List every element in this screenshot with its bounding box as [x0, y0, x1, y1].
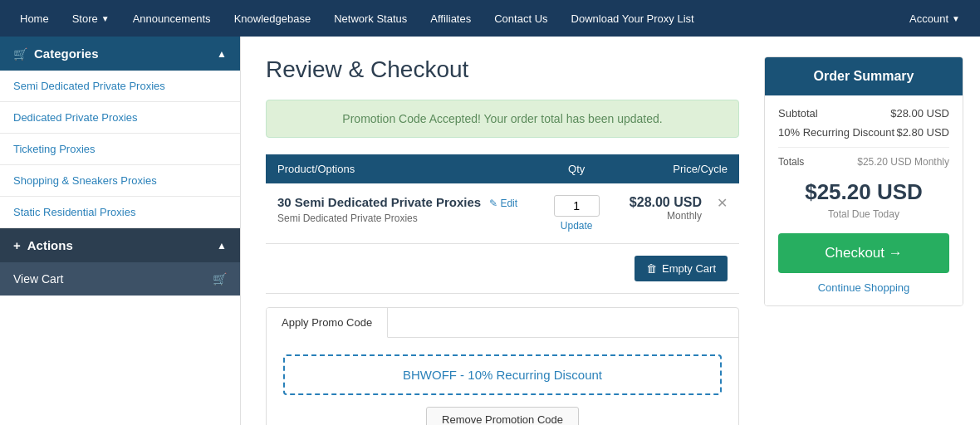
promo-banner: Promotion Code Accepted! Your order tota…: [266, 100, 739, 138]
nav-account[interactable]: Account ▼: [898, 2, 972, 35]
price-value: $28.00 USD: [630, 195, 702, 210]
product-category: Semi Dedicated Private Proxies: [277, 212, 529, 224]
sidebar-item-dedicated[interactable]: Dedicated Private Proxies: [0, 102, 240, 134]
account-dropdown-icon: ▼: [952, 14, 960, 23]
order-summary-body: Subtotal $28.00 USD 10% Recurring Discou…: [765, 95, 963, 305]
subtotal-row: Subtotal $28.00 USD: [778, 107, 949, 120]
nav-network-status[interactable]: Network Status: [322, 2, 419, 35]
sidebar: 🛒 Categories ▲ Semi Dedicated Private Pr…: [0, 37, 241, 425]
remove-promo-button[interactable]: Remove Promotion Code: [426, 407, 579, 425]
discount-value: $2.80 USD: [896, 126, 949, 139]
total-due-label: Total Due Today: [778, 208, 949, 220]
product-details-cell: 30 Semi Dedicated Private Proxies ✎ Edit…: [266, 183, 541, 244]
promo-tab[interactable]: Apply Promo Code: [267, 308, 388, 338]
nav-download-proxy[interactable]: Download Your Proxy List: [560, 2, 706, 35]
totals-row: Totals $25.20 USD Monthly: [778, 156, 949, 168]
categories-header: 🛒 Categories ▲: [0, 37, 240, 71]
edit-link[interactable]: ✎ Edit: [489, 198, 517, 209]
continue-shopping-link[interactable]: Continue Shopping: [778, 281, 949, 294]
nav-contact-us[interactable]: Contact Us: [483, 2, 559, 35]
actions-chevron-icon: ▲: [217, 240, 227, 252]
nav-home[interactable]: Home: [8, 2, 61, 35]
actions-header: + Actions ▲: [0, 228, 240, 262]
remove-item-button[interactable]: ✕: [717, 195, 728, 211]
categories-cart-icon: 🛒: [13, 47, 27, 61]
cart-row: 30 Semi Dedicated Private Proxies ✎ Edit…: [266, 183, 739, 244]
promo-applied-text: BHWOFF - 10% Recurring Discount: [283, 354, 722, 395]
qty-input[interactable]: [554, 195, 600, 217]
col-product-header: Product/Options: [266, 154, 541, 183]
pencil-icon: ✎: [489, 198, 497, 209]
actions-plus-icon: +: [13, 238, 21, 252]
checkout-button[interactable]: Checkout →: [778, 233, 949, 273]
nav-store[interactable]: Store ▼: [61, 2, 121, 35]
nav-affiliates[interactable]: Affiliates: [419, 2, 483, 35]
subtotal-label: Subtotal: [778, 107, 818, 120]
cart-table: Product/Options Qty Price/Cycle 30 Semi …: [266, 154, 739, 294]
categories-chevron-icon: ▲: [217, 48, 227, 60]
discount-row: 10% Recurring Discount $2.80 USD: [778, 126, 949, 139]
summary-divider: [778, 147, 949, 148]
store-dropdown-icon: ▼: [101, 14, 110, 23]
nav-announcements[interactable]: Announcements: [121, 2, 223, 35]
sidebar-item-semi-dedicated[interactable]: Semi Dedicated Private Proxies: [0, 71, 240, 102]
col-qty-header: Qty: [541, 154, 613, 183]
actions-label: Actions: [27, 238, 73, 252]
main-layout: 🛒 Categories ▲ Semi Dedicated Private Pr…: [0, 37, 980, 425]
product-name: 30 Semi Dedicated Private Proxies: [277, 195, 481, 209]
sidebar-item-static-residential[interactable]: Static Residential Proxies: [0, 197, 240, 228]
subtotal-value: $28.00 USD: [890, 107, 949, 120]
trash-icon: 🗑: [646, 262, 657, 275]
order-summary: Order Summary Subtotal $28.00 USD 10% Re…: [764, 56, 963, 306]
promo-tab-area: Apply Promo Code BHWOFF - 10% Recurring …: [266, 307, 739, 425]
view-cart-icon: 🛒: [213, 272, 227, 286]
promo-tabs: Apply Promo Code: [267, 308, 738, 338]
promo-content: BHWOFF - 10% Recurring Discount Remove P…: [267, 338, 738, 425]
order-summary-title: Order Summary: [765, 57, 963, 95]
price-cycle: Monthly: [630, 210, 702, 222]
total-amount: $25.20 USD: [778, 179, 949, 205]
view-cart-label: View Cart: [13, 272, 63, 286]
empty-cart-row: 🗑 Empty Cart: [266, 244, 739, 294]
view-cart-item[interactable]: View Cart 🛒: [0, 262, 240, 296]
top-navigation: Home Store ▼ Announcements Knowledgebase…: [0, 0, 980, 37]
totals-value: $25.20 USD Monthly: [857, 156, 949, 168]
totals-label: Totals: [778, 156, 804, 168]
price-cell: $28.00 USD Monthly ✕: [612, 183, 739, 244]
discount-label: 10% Recurring Discount: [778, 126, 894, 139]
empty-cart-button[interactable]: 🗑 Empty Cart: [635, 256, 728, 281]
sidebar-item-ticketing[interactable]: Ticketing Proxies: [0, 134, 240, 165]
main-content: Review & Checkout Promotion Code Accepte…: [241, 37, 764, 425]
page-title: Review & Checkout: [266, 56, 739, 83]
categories-label: Categories: [34, 46, 99, 61]
sidebar-item-shopping-sneakers[interactable]: Shopping & Sneakers Proxies: [0, 165, 240, 197]
right-panel: Order Summary Subtotal $28.00 USD 10% Re…: [764, 37, 980, 425]
nav-knowledgebase[interactable]: Knowledgebase: [223, 2, 323, 35]
qty-cell: Update: [541, 183, 613, 244]
update-link[interactable]: Update: [552, 220, 601, 232]
col-price-header: Price/Cycle: [612, 154, 739, 183]
